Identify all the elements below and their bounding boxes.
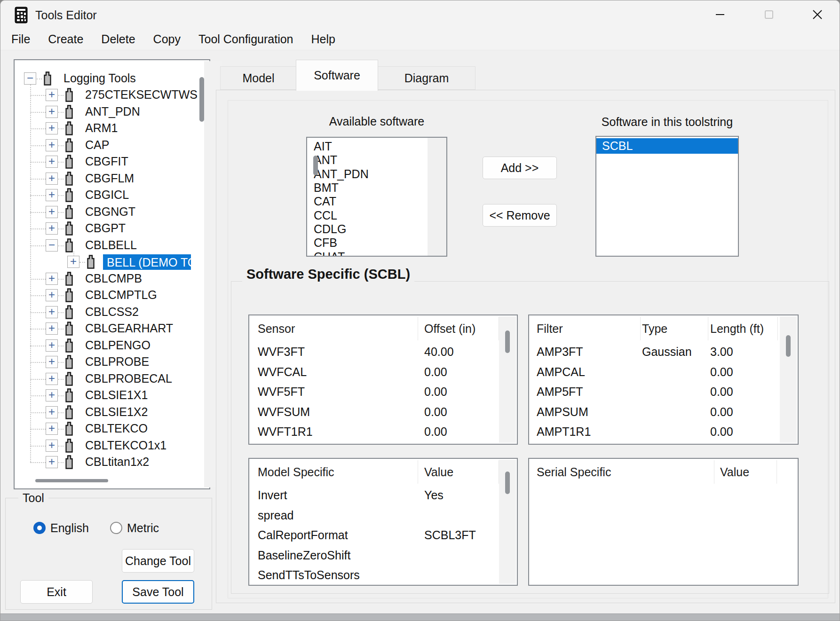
tree-item[interactable]: 275CTEKSECWTWS bbox=[85, 88, 198, 102]
expand-toggle-expand-icon[interactable]: + bbox=[46, 306, 58, 318]
list-item-selected[interactable]: SCBL bbox=[596, 138, 738, 154]
tree-horizontal-scrollbar-thumb[interactable] bbox=[35, 479, 108, 482]
expand-toggle-expand-icon[interactable]: + bbox=[46, 273, 58, 285]
save-tool-button[interactable]: Save Tool bbox=[122, 580, 194, 604]
table-row[interactable]: WVFSUM0.00 bbox=[249, 401, 517, 422]
tree-item[interactable]: CBGNGT bbox=[85, 205, 135, 219]
tree-vertical-scrollbar-thumb[interactable] bbox=[199, 77, 204, 122]
menu-item-help[interactable]: Help bbox=[302, 31, 344, 48]
tree-item[interactable]: CBLTEKCO1x1 bbox=[85, 439, 166, 452]
available-list-scrollbar-track[interactable] bbox=[428, 138, 446, 256]
tree-item[interactable]: CBLtitan1x2 bbox=[85, 455, 149, 469]
expand-toggle-expand-icon[interactable]: + bbox=[46, 289, 58, 301]
menu-item-file[interactable]: File bbox=[2, 31, 39, 48]
remove-button[interactable]: << Remove bbox=[483, 204, 557, 227]
tree-item[interactable]: CBLSIE1X2 bbox=[85, 405, 148, 419]
expand-toggle-collapse-icon[interactable]: − bbox=[46, 239, 58, 252]
table-row[interactable]: WVF5FT0.00 bbox=[249, 381, 517, 401]
expand-toggle-expand-icon[interactable]: + bbox=[46, 423, 58, 435]
tree-item[interactable]: CBLPENGO bbox=[85, 338, 151, 352]
table-scrollbar-thumb[interactable] bbox=[505, 472, 510, 494]
list-item[interactable]: CDLG bbox=[307, 222, 446, 236]
tree-item[interactable]: CAP bbox=[85, 138, 109, 152]
tree-item[interactable]: CBLGEARHART bbox=[85, 322, 173, 335]
list-item[interactable]: CAT bbox=[307, 195, 446, 208]
table-row[interactable]: AMP3FTGaussian3.00 bbox=[529, 341, 798, 362]
expand-toggle-expand-icon[interactable]: + bbox=[46, 389, 58, 401]
table-row[interactable]: WVFT1R10.00 bbox=[249, 421, 517, 441]
english-radio[interactable] bbox=[33, 522, 46, 534]
expand-toggle-expand-icon[interactable]: + bbox=[46, 139, 58, 151]
menu-item-copy[interactable]: Copy bbox=[144, 31, 190, 48]
tree-item[interactable]: CBLTEKCO bbox=[85, 422, 148, 435]
tree-item[interactable]: CBLPROBE bbox=[85, 355, 149, 369]
tree-item[interactable]: CBGPT bbox=[85, 221, 126, 235]
table-row[interactable]: BaselineZeroShift bbox=[249, 545, 517, 565]
list-item[interactable]: CHAT bbox=[307, 250, 446, 257]
table-row[interactable]: WVF3FT40.00 bbox=[249, 341, 517, 362]
expand-toggle-expand-icon[interactable]: + bbox=[46, 373, 58, 385]
maximize-button[interactable] bbox=[753, 2, 785, 27]
tree-item[interactable]: ANT_PDN bbox=[85, 105, 140, 118]
list-item[interactable]: AIT bbox=[307, 140, 446, 153]
table-row[interactable]: spread bbox=[249, 505, 517, 525]
close-button[interactable] bbox=[801, 2, 834, 27]
tree-item[interactable]: Logging Tools bbox=[63, 71, 136, 85]
expand-toggle-expand-icon[interactable]: + bbox=[46, 189, 58, 201]
expand-toggle-expand-icon[interactable]: + bbox=[46, 356, 58, 368]
table-row[interactable]: InvertYes bbox=[249, 485, 517, 505]
table-row[interactable]: AMPT1R10.00 bbox=[529, 421, 798, 441]
expand-toggle-expand-icon[interactable]: + bbox=[46, 440, 58, 452]
tree-item[interactable]: CBGFIT bbox=[85, 155, 128, 168]
tree-item-selected[interactable]: BELL (DEMO TO bbox=[103, 254, 191, 270]
list-item[interactable]: ANT bbox=[307, 153, 446, 167]
expand-toggle-expand-icon[interactable]: + bbox=[46, 339, 58, 352]
table-scrollbar-thumb[interactable] bbox=[505, 330, 510, 353]
expand-toggle-expand-icon[interactable]: + bbox=[46, 156, 58, 168]
toolstring-software-list[interactable]: SCBL bbox=[595, 136, 739, 257]
tree-item[interactable]: CBGICL bbox=[85, 188, 129, 202]
tree-item[interactable]: CBGFLM bbox=[85, 172, 134, 185]
menu-item-create[interactable]: Create bbox=[39, 31, 92, 48]
expand-toggle-expand-icon[interactable]: + bbox=[46, 106, 58, 118]
tree-item[interactable]: CBLSIE1X1 bbox=[85, 388, 148, 402]
table-row[interactable]: WVFCAL0.00 bbox=[249, 362, 517, 382]
change-tool-button[interactable]: Change Tool bbox=[122, 549, 194, 573]
table-row[interactable]: SendTTsToSensors bbox=[249, 565, 517, 585]
table-row[interactable]: AMPSUM0.00 bbox=[529, 401, 798, 422]
tab-diagram[interactable]: Diagram bbox=[378, 66, 475, 90]
expand-toggle-expand-icon[interactable]: + bbox=[46, 206, 58, 218]
list-item[interactable]: CFB bbox=[307, 236, 446, 250]
list-item[interactable]: BMT bbox=[307, 181, 446, 195]
list-item[interactable]: ANT_PDN bbox=[307, 167, 446, 181]
expand-toggle-expand-icon[interactable]: + bbox=[46, 173, 58, 185]
expand-toggle-expand-icon[interactable]: + bbox=[46, 89, 58, 101]
menu-item-delete[interactable]: Delete bbox=[92, 31, 144, 48]
available-software-list[interactable]: AITANTANT_PDNBMTCATCCLCDLGCFBCHAT bbox=[306, 137, 447, 257]
tree-item[interactable]: CBLPROBECAL bbox=[85, 372, 172, 385]
table-row[interactable]: AMP5FT0.00 bbox=[529, 381, 798, 401]
table-scrollbar-thumb[interactable] bbox=[786, 335, 791, 357]
tree-item[interactable]: CBLCMPTLG bbox=[85, 288, 157, 302]
menu-item-tool-configuration[interactable]: Tool Configuration bbox=[190, 31, 302, 48]
add-button[interactable]: Add >> bbox=[483, 157, 557, 179]
table-row[interactable]: CalReportFormatSCBL3FT bbox=[249, 525, 517, 545]
available-list-scrollbar-thumb[interactable] bbox=[313, 156, 318, 175]
tab-software[interactable]: Software bbox=[296, 60, 378, 91]
expand-toggle-expand-icon[interactable]: + bbox=[46, 406, 58, 418]
list-item[interactable]: CCL bbox=[307, 208, 446, 222]
expand-toggle-collapse-icon[interactable]: − bbox=[24, 72, 36, 85]
tab-model[interactable]: Model bbox=[220, 66, 297, 90]
expand-toggle-expand-icon[interactable]: + bbox=[46, 122, 58, 134]
metric-radio[interactable] bbox=[110, 522, 122, 534]
minimize-button[interactable] bbox=[704, 2, 737, 27]
tree-item[interactable]: ARM1 bbox=[85, 121, 118, 135]
tree-item[interactable]: CBLBELL bbox=[85, 238, 137, 252]
expand-toggle-expand-icon[interactable]: + bbox=[46, 456, 58, 468]
exit-button[interactable]: Exit bbox=[20, 580, 93, 604]
expand-toggle-expand-icon[interactable]: + bbox=[67, 256, 79, 268]
tree-item[interactable]: CBLCMPB bbox=[85, 272, 142, 285]
expand-toggle-expand-icon[interactable]: + bbox=[46, 322, 58, 335]
expand-toggle-expand-icon[interactable]: + bbox=[46, 222, 58, 235]
tree-item[interactable]: CBLCSS2 bbox=[85, 305, 139, 319]
